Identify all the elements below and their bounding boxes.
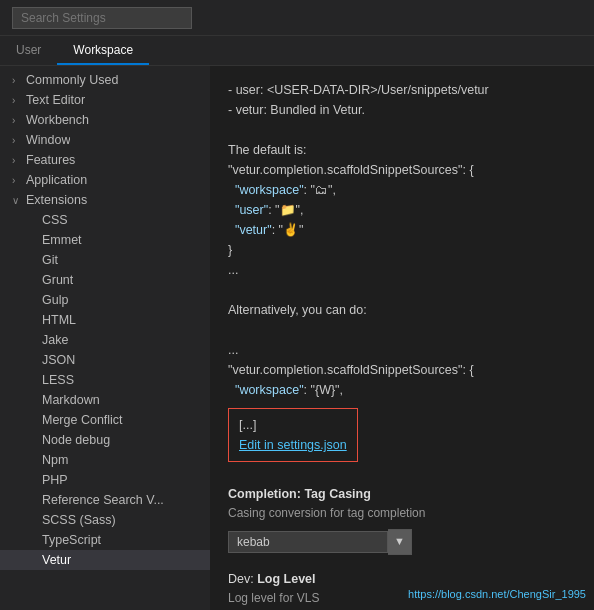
sidebar-item-extensions[interactable]: ∨ Extensions [0,190,210,210]
sidebar-item-workbench[interactable]: › Workbench [0,110,210,130]
sidebar-item-window[interactable]: › Window [0,130,210,150]
watermark: https://blog.csdn.net/ChengSir_1995 [408,588,586,600]
line-vetur-emoji: "vetur": "✌" [228,220,576,240]
line-json2-open: "vetur.completion.scaffoldSnippetSources… [228,360,576,380]
dropdown-arrow-icon[interactable]: ▼ [388,529,412,555]
chevron-right-icon: › [12,155,26,166]
sidebar-item-text-editor[interactable]: › Text Editor [0,90,210,110]
content-area: - user: <USER-DATA-DIR>/User/snippets/ve… [210,66,594,610]
sidebar-item-commonly-used[interactable]: › Commonly Used [0,70,210,90]
content-body: - user: <USER-DATA-DIR>/User/snippets/ve… [228,80,576,400]
line-json-open: "vetur.completion.scaffoldSnippetSources… [228,160,576,180]
chevron-right-icon: › [12,135,26,146]
sidebar-item-typescript[interactable]: TypeScript [0,530,210,550]
sidebar-item-markdown[interactable]: Markdown [0,390,210,410]
dev-title: Dev: Log Level [228,569,576,589]
search-input[interactable] [12,7,192,29]
line-user-emoji: "user": "📁", [228,200,576,220]
chevron-down-icon: ∨ [12,195,26,206]
edit-in-settings-link[interactable]: Edit in settings.json [239,438,347,452]
header [0,0,594,36]
edit-box: [...] Edit in settings.json [228,408,358,462]
line-default: The default is: [228,140,576,160]
chevron-right-icon: › [12,115,26,126]
chevron-right-icon: › [12,175,26,186]
sidebar-item-reference-search[interactable]: Reference Search V... [0,490,210,510]
line-workspace-emoji: "workspace": "🗂", [228,180,576,200]
line-close-brace: } [228,240,576,260]
chevron-right-icon: › [12,95,26,106]
completion-sub: Casing conversion for tag completion [228,504,576,523]
tag-casing-dropdown[interactable]: kebab pascal camel [228,531,388,553]
edit-ellipsis: [...] [239,415,347,435]
sidebar-item-grunt[interactable]: Grunt [0,270,210,290]
sidebar-item-vetur[interactable]: Vetur [0,550,210,570]
completion-title: Completion: Tag Casing [228,484,576,504]
sidebar-item-npm[interactable]: Npm [0,450,210,470]
line-workspace-w: "workspace": "{W}", [228,380,576,400]
sidebar: › Commonly Used › Text Editor › Workbenc… [0,66,210,610]
edit-link-row[interactable]: Edit in settings.json [239,435,347,455]
sidebar-item-scss[interactable]: SCSS (Sass) [0,510,210,530]
line-ellipsis2: ... [228,340,576,360]
line-vetur-bundled: - vetur: Bundled in Vetur. [228,100,576,120]
dropdown-row: kebab pascal camel ▼ [228,529,576,555]
line-user-path: - user: <USER-DATA-DIR>/User/snippets/ve… [228,80,576,100]
chevron-right-icon: › [12,75,26,86]
sidebar-item-html[interactable]: HTML [0,310,210,330]
sidebar-item-jake[interactable]: Jake [0,330,210,350]
sidebar-item-application[interactable]: › Application [0,170,210,190]
sidebar-item-less[interactable]: LESS [0,370,210,390]
sidebar-item-merge-conflict[interactable]: Merge Conflict [0,410,210,430]
sidebar-item-features[interactable]: › Features [0,150,210,170]
sidebar-item-json[interactable]: JSON [0,350,210,370]
tab-bar: User Workspace [0,36,594,66]
sidebar-item-git[interactable]: Git [0,250,210,270]
sidebar-item-gulp[interactable]: Gulp [0,290,210,310]
main-layout: › Commonly Used › Text Editor › Workbenc… [0,66,594,610]
line-alternatively: Alternatively, you can do: [228,300,576,320]
sidebar-item-node-debug[interactable]: Node debug [0,430,210,450]
tab-user[interactable]: User [0,36,57,65]
sidebar-item-emmet[interactable]: Emmet [0,230,210,250]
sidebar-item-css[interactable]: CSS [0,210,210,230]
sidebar-item-php[interactable]: PHP [0,470,210,490]
line-ellipsis1: ... [228,260,576,280]
tab-workspace[interactable]: Workspace [57,36,149,65]
